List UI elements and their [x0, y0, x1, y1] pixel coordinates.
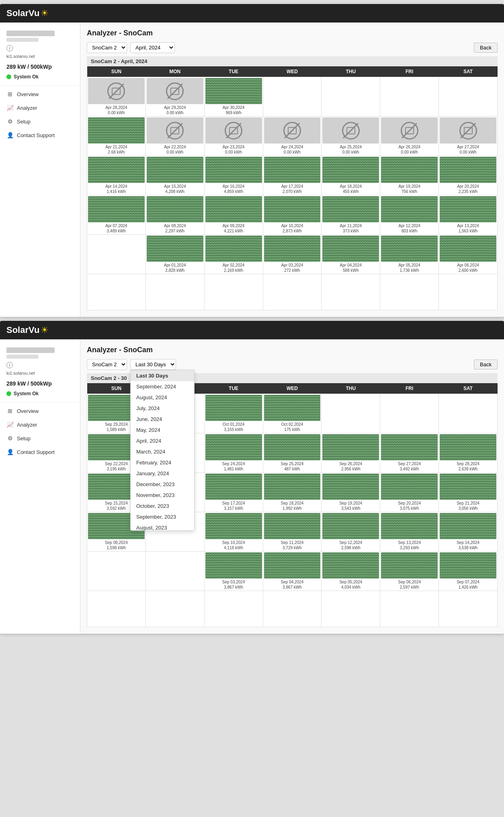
cal-thumb[interactable]: [440, 157, 496, 183]
cal-cell[interactable]: Sep 10,20244,118 kWh: [205, 513, 262, 550]
cal-cell[interactable]: Apr 30,2024969 kWh: [205, 78, 262, 115]
cal-thumb[interactable]: [147, 157, 203, 183]
cal-thumb[interactable]: [264, 434, 321, 460]
table-row[interactable]: Apr 11,2024373 kWh: [322, 195, 380, 235]
sidebar-item-overview[interactable]: ⊞ Overview: [0, 87, 80, 101]
dropdown-menu-item[interactable]: August, 2023: [131, 522, 194, 531]
cal-thumb[interactable]: [147, 78, 203, 104]
table-row[interactable]: Sep 14,20243,538 kWh: [439, 512, 498, 552]
cal-cell[interactable]: Apr 08,20242,297 kWh: [147, 196, 203, 234]
table-row[interactable]: Sep 12,20242,598 kWh: [322, 512, 380, 552]
cal-cell[interactable]: Apr 28,20240.00 kWh: [88, 78, 145, 115]
dropdown-menu-item[interactable]: September, 2024: [131, 381, 194, 392]
cal-thumb[interactable]: [322, 434, 379, 460]
table-row[interactable]: Oct 02,2024175 kWh: [263, 394, 322, 433]
cal-thumb[interactable]: [205, 395, 262, 421]
cal-cell[interactable]: Sep 27,20243,492 kWh: [381, 434, 438, 472]
table-row[interactable]: Apr 13,20241,563 kWh: [439, 195, 498, 235]
table-row[interactable]: Apr 04,2024588 kWh: [322, 235, 380, 274]
table-row[interactable]: Sep 21,20243,056 kWh: [439, 473, 498, 512]
cal-cell[interactable]: Apr 07,20243,489 kWh: [88, 196, 145, 234]
dropdown-menu-item[interactable]: August, 2024: [131, 392, 194, 403]
cal-thumb[interactable]: [88, 117, 145, 144]
table-row[interactable]: Sep 05,20244,034 kWh: [322, 552, 380, 591]
month-select-1[interactable]: April, 2024 March, 2024 May, 2024: [130, 42, 175, 53]
cal-thumb[interactable]: [147, 196, 203, 222]
table-row[interactable]: Apr 29,20240.00 kWh: [145, 77, 204, 117]
cal-cell[interactable]: Apr 17,20242,070 kWh: [264, 157, 321, 194]
table-row[interactable]: Apr 26,20240.00 kWh: [380, 117, 439, 156]
table-row[interactable]: Sep 10,20244,118 kWh: [204, 512, 263, 552]
cal-cell[interactable]: Apr 01,20242,828 kWh: [147, 236, 203, 273]
cal-cell[interactable]: Apr 10,20242,873 kWh: [264, 196, 321, 234]
cal-thumb[interactable]: [264, 236, 321, 262]
cal-thumb[interactable]: [322, 552, 379, 579]
cal-thumb[interactable]: [264, 395, 321, 421]
cal-cell[interactable]: Sep 19,20243,543 kWh: [322, 474, 379, 511]
cal-thumb[interactable]: [440, 196, 496, 222]
cal-cell[interactable]: Apr 26,20240.00 kWh: [381, 117, 438, 155]
table-row[interactable]: Apr 08,20242,297 kWh: [145, 195, 204, 235]
dropdown-menu-item[interactable]: October, 2023: [131, 501, 194, 511]
info-icon-2[interactable]: i: [6, 362, 13, 368]
table-row[interactable]: Sep 07,20241,426 kWh: [439, 552, 498, 591]
table-row[interactable]: Apr 27,20240.00 kWh: [439, 117, 498, 156]
cal-cell[interactable]: Apr 29,20240.00 kWh: [147, 78, 203, 115]
cal-thumb[interactable]: [205, 474, 262, 500]
cal-cell[interactable]: Sep 13,20243,293 kWh: [381, 513, 438, 550]
table-row[interactable]: Sep 11,20243,729 kWh: [263, 512, 322, 552]
cal-thumb[interactable]: [205, 434, 262, 460]
cal-thumb[interactable]: [264, 117, 321, 144]
dropdown-menu-item[interactable]: Last 30 Days: [131, 370, 194, 381]
cal-thumb[interactable]: [381, 196, 438, 222]
table-row[interactable]: Sep 04,20243,867 kWh: [263, 552, 322, 591]
back-button-1[interactable]: Back: [474, 43, 498, 53]
table-row[interactable]: Sep 13,20243,293 kWh: [380, 512, 439, 552]
table-row[interactable]: Apr 09,20244,221 kWh: [204, 195, 263, 235]
cal-thumb[interactable]: [381, 552, 438, 579]
cal-cell[interactable]: Apr 22,20240.00 kWh: [147, 117, 203, 155]
cal-thumb[interactable]: [381, 513, 438, 539]
cal-cell[interactable]: Apr 16,20244,859 kWh: [205, 157, 262, 194]
table-row[interactable]: Sep 19,20243,543 kWh: [322, 473, 380, 512]
cal-thumb[interactable]: [322, 117, 379, 144]
cal-cell[interactable]: Apr 15,20244,208 kWh: [147, 157, 203, 194]
table-row[interactable]: Apr 16,20244,859 kWh: [204, 156, 263, 195]
sidebar-item-setup[interactable]: ⚙ Setup: [0, 115, 80, 128]
table-row[interactable]: Oct 01,20243,155 kWh: [204, 394, 263, 433]
cal-cell[interactable]: Apr 04,2024588 kWh: [322, 236, 379, 273]
cal-cell[interactable]: Sep 12,20242,598 kWh: [322, 513, 379, 550]
sidebar-2-item-support[interactable]: 👤 Contact Support: [0, 445, 80, 459]
dropdown-menu-item[interactable]: May, 2024: [131, 425, 194, 435]
table-row[interactable]: Sep 18,20241,992 kWh: [263, 473, 322, 512]
cal-thumb[interactable]: [205, 236, 262, 262]
cal-cell[interactable]: Apr 20,20242,235 kWh: [440, 157, 496, 194]
cal-cell[interactable]: Apr 25,20240.00 kWh: [322, 117, 379, 155]
cal-cell[interactable]: Sep 06,20242,597 kWh: [381, 552, 438, 590]
sidebar-item-analyzer[interactable]: 📈 Analyzer: [0, 101, 80, 115]
dropdown-menu-item[interactable]: September, 2023: [131, 511, 194, 522]
sidebar-item-support[interactable]: 👤 Contact Support: [0, 128, 80, 142]
table-row[interactable]: Sep 17,20243,157 kWh: [204, 473, 263, 512]
table-row[interactable]: Apr 17,20242,070 kWh: [263, 156, 322, 195]
cal-cell[interactable]: Apr 19,2024756 kWh: [381, 157, 438, 194]
table-row[interactable]: Apr 15,20244,208 kWh: [145, 156, 204, 195]
period-select[interactable]: Last 30 Days: [130, 359, 176, 370]
cal-thumb[interactable]: [264, 474, 321, 500]
table-row[interactable]: Apr 23,20240.00 kWh: [204, 117, 263, 156]
table-row[interactable]: Sep 27,20243,492 kWh: [380, 433, 439, 473]
cal-thumb[interactable]: [147, 117, 203, 144]
cal-thumb[interactable]: [264, 552, 321, 579]
cal-cell[interactable]: Sep 03,20243,867 kWh: [205, 552, 262, 590]
cal-cell[interactable]: Sep 26,20242,956 kWh: [322, 434, 379, 472]
sidebar-2-item-setup[interactable]: ⚙ Setup: [0, 431, 80, 445]
cal-cell[interactable]: Sep 07,20241,426 kWh: [440, 552, 496, 590]
table-row[interactable]: Apr 28,20240.00 kWh: [87, 77, 146, 117]
cal-cell[interactable]: Apr 27,20240.00 kWh: [440, 117, 496, 155]
cal-thumb[interactable]: [381, 474, 438, 500]
cal-thumb[interactable]: [440, 236, 496, 262]
table-row[interactable]: Apr 06,20242,600 kWh: [439, 235, 498, 274]
cal-cell[interactable]: Sep 14,20243,538 kWh: [440, 513, 496, 550]
table-row[interactable]: Apr 05,20241,736 kWh: [380, 235, 439, 274]
dropdown-menu-item[interactable]: June, 2024: [131, 414, 194, 425]
